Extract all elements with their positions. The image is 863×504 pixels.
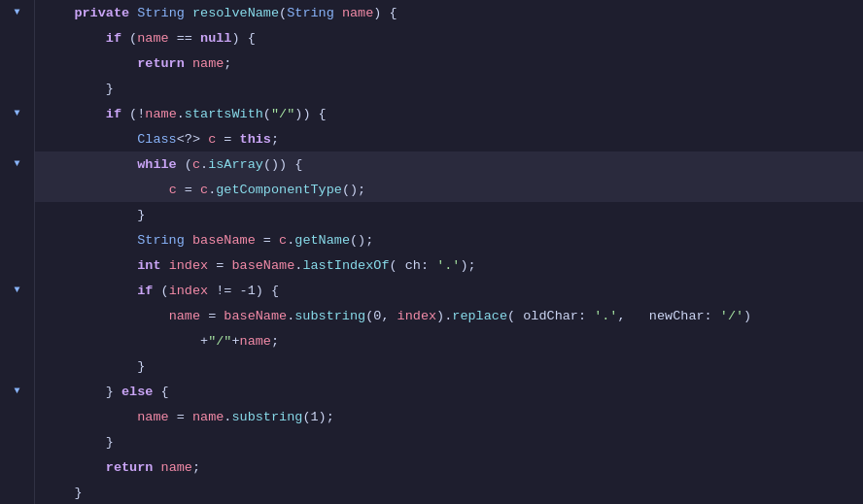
code-line[interactable]: +"/"+name; [35, 328, 863, 353]
gutter-row [0, 76, 34, 101]
code-line[interactable]: name = baseName.substring(0, index).repl… [35, 303, 863, 328]
fold-icon [11, 358, 24, 372]
token-kw: if [137, 284, 153, 298]
code-line[interactable]: while (c.isArray()) { [35, 151, 863, 177]
gutter-row[interactable]: ▼ [0, 151, 34, 177]
code-line[interactable]: } [35, 76, 863, 101]
token-normal: ()) { [263, 157, 303, 172]
indent [43, 31, 106, 46]
token-kw: private [74, 6, 129, 20]
token-normal: = [200, 309, 224, 323]
fold-icon [11, 308, 24, 321]
indent [43, 258, 137, 273]
token-normal: . [287, 233, 294, 248]
code-line[interactable]: String baseName = c.getName(); [35, 227, 863, 252]
token-var: name [145, 107, 176, 121]
fold-icon[interactable]: ▼ [11, 6, 24, 19]
fold-icon[interactable]: ▼ [11, 157, 24, 171]
token-var: name [192, 410, 224, 424]
token-normal: = [216, 132, 239, 147]
code-line[interactable]: private String resolveName(String name) … [35, 0, 863, 25]
code-area[interactable]: private String resolveName(String name) … [35, 0, 863, 504]
indent [43, 132, 137, 147]
fold-icon [11, 132, 24, 146]
gutter-row [0, 428, 34, 454]
token-var: name [192, 56, 224, 71]
gutter-row[interactable]: ▼ [0, 378, 34, 403]
gutter-row [0, 252, 34, 278]
token-normal: + [200, 334, 208, 349]
code-line[interactable]: name = name.substring(1); [35, 404, 863, 429]
token-normal: ; [224, 56, 231, 71]
token-normal [185, 233, 192, 248]
gutter-row [0, 50, 34, 76]
token-normal [129, 6, 137, 20]
token-var: baseName [231, 258, 294, 273]
token-var: index [397, 309, 437, 323]
gutter-row [0, 177, 34, 202]
token-var: baseName [224, 309, 287, 323]
token-punct: ( [279, 6, 287, 20]
token-normal: (1); [302, 410, 333, 424]
token-kw: if [106, 31, 121, 46]
code-line[interactable]: } [35, 480, 863, 504]
token-var: name [161, 460, 192, 475]
code-line[interactable]: return name; [35, 454, 863, 480]
token-kw: null [200, 31, 231, 46]
code-line[interactable]: if (!name.startsWith("/")) { [35, 101, 863, 126]
token-normal: ( [177, 157, 192, 172]
code-line[interactable]: } [35, 353, 863, 379]
code-line[interactable]: c = c.getComponentType(); [35, 177, 863, 202]
code-line[interactable]: } else { [35, 379, 863, 404]
token-var: name [137, 31, 168, 46]
token-normal: ; [271, 334, 279, 349]
gutter-row [0, 353, 34, 378]
gutter-row[interactable]: ▼ [0, 0, 34, 25]
gutter-row[interactable]: ▼ [0, 277, 34, 302]
indent [43, 233, 137, 248]
token-normal: ); [460, 258, 475, 273]
token-normal: ; [192, 460, 200, 475]
fold-icon [11, 409, 24, 422]
token-normal: } [74, 486, 82, 500]
indent [43, 6, 74, 20]
token-kw: while [137, 157, 177, 172]
token-str: "/" [208, 334, 231, 349]
token-normal: = [169, 410, 192, 424]
code-line[interactable]: Class<?> c = this; [35, 126, 863, 151]
fold-icon[interactable]: ▼ [11, 107, 24, 120]
token-normal [153, 460, 160, 475]
token-kw: else [121, 385, 153, 399]
token-var: index [169, 258, 209, 273]
token-var: c [279, 233, 287, 248]
gutter-row [0, 403, 34, 428]
indent [43, 334, 200, 349]
token-normal: (! [121, 107, 145, 121]
token-normal: . [294, 258, 302, 273]
token-var: name [169, 309, 200, 323]
code-line[interactable]: } [35, 429, 863, 454]
gutter-row [0, 454, 34, 479]
code-line[interactable]: int index = baseName.lastIndexOf( ch: '.… [35, 252, 863, 278]
code-line[interactable]: if (name == null) { [35, 25, 863, 50]
code-line[interactable]: return name; [35, 50, 863, 76]
token-normal: ( [263, 107, 271, 121]
token-normal [185, 56, 192, 71]
fold-icon[interactable]: ▼ [11, 283, 24, 296]
fold-icon[interactable]: ▼ [11, 384, 24, 397]
token-kw: return [137, 56, 185, 71]
token-type: String [137, 6, 185, 20]
gutter-row [0, 479, 34, 504]
gutter-row[interactable]: ▼ [0, 101, 34, 126]
fold-icon [11, 333, 24, 347]
token-normal: . [200, 157, 208, 172]
token-normal [334, 6, 342, 20]
token-normal: == [169, 31, 200, 46]
fold-icon [11, 434, 24, 448]
code-line[interactable]: } [35, 202, 863, 227]
fold-icon [11, 82, 24, 95]
token-type: String [137, 233, 185, 248]
code-line[interactable]: if (index != -1) { [35, 278, 863, 303]
fold-icon [11, 459, 24, 473]
token-var: c [200, 183, 208, 197]
